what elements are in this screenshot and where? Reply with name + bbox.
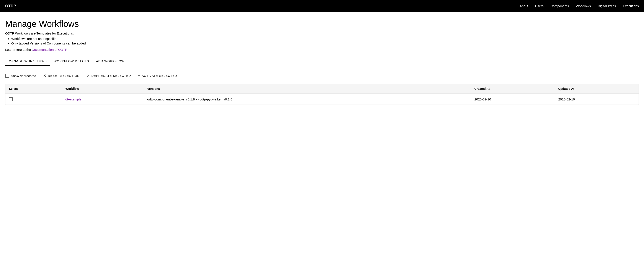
table-header-row: SelectWorkflowVersionsCreated AtUpdated …: [6, 84, 638, 94]
row-select-cell: [6, 94, 62, 105]
col-header-updated-at: Updated At: [555, 84, 638, 94]
col-header-select: Select: [6, 84, 62, 94]
row-created-at-cell: 2025-02-10: [471, 94, 555, 105]
table-header: SelectWorkflowVersionsCreated AtUpdated …: [6, 84, 638, 94]
row-checkbox[interactable]: [9, 97, 13, 101]
tabs-container: MANAGE WORKFLOWSWORKFLOW DETAILSADD WORK…: [5, 57, 639, 66]
nav-link-about[interactable]: About: [520, 4, 528, 8]
page-description: ODTP Workflows are Templates for Executi…: [5, 32, 639, 35]
activate-label: ACTIVATE SELECTED: [142, 74, 177, 78]
col-header-workflow: Workflow: [62, 84, 144, 94]
row-versions-cell: odtp-component-example_v0.1.8 -> odtp-py…: [144, 94, 471, 105]
learn-more-prefix: Learn more at the: [5, 48, 32, 51]
row-updated-at-cell: 2025-02-10: [555, 94, 638, 105]
tab-manage-workflows[interactable]: MANAGE WORKFLOWS: [5, 57, 50, 66]
nav-links: AboutUsersComponentsWorkflowsDigital Twi…: [520, 4, 639, 8]
activate-icon: +: [138, 74, 140, 78]
deprecate-selected-button[interactable]: ✕ DEPRECATE SELECTED: [86, 73, 131, 79]
table-row: dt-exampleodtp-component-example_v0.1.8 …: [6, 94, 638, 105]
reset-selection-button[interactable]: ✕ RESET SELECTION: [43, 73, 80, 79]
reset-icon: ✕: [43, 74, 46, 78]
deprecate-label: DEPRECATE SELECTED: [91, 74, 131, 78]
activate-selected-button[interactable]: + ACTIVATE SELECTED: [138, 73, 177, 79]
learn-more-text: Learn more at the Documentation of ODTP: [5, 48, 639, 51]
documentation-link[interactable]: Documentation of ODTP: [32, 48, 67, 51]
col-header-created-at: Created At: [471, 84, 555, 94]
tab-add-workflow[interactable]: ADD WORKFLOW: [92, 57, 128, 66]
bullet-item: Only tagged Versions of Components can b…: [11, 42, 639, 45]
bullet-item: Workflows are not user specific: [11, 37, 639, 41]
show-deprecated-checkbox[interactable]: [5, 74, 9, 78]
page-title: Manage Workflows: [5, 19, 639, 29]
row-workflow-cell: dt-example: [62, 94, 144, 105]
nav-link-users[interactable]: Users: [535, 4, 544, 8]
workflow-link[interactable]: dt-example: [65, 97, 81, 101]
workflows-table: SelectWorkflowVersionsCreated AtUpdated …: [6, 84, 638, 105]
bullet-list: Workflows are not user specificOnly tagg…: [11, 37, 639, 45]
workflows-table-container: SelectWorkflowVersionsCreated AtUpdated …: [5, 84, 639, 105]
main-content: Manage Workflows ODTP Workflows are Temp…: [0, 12, 644, 105]
tab-workflow-details[interactable]: WORKFLOW DETAILS: [50, 57, 92, 66]
nav-link-digital-twins[interactable]: Digital Twins: [598, 4, 616, 8]
table-body: dt-exampleodtp-component-example_v0.1.8 …: [6, 94, 638, 105]
main-nav: OTDP AboutUsersComponentsWorkflowsDigita…: [0, 0, 644, 12]
deprecate-icon: ✕: [86, 74, 90, 78]
brand-logo: OTDP: [5, 4, 520, 9]
show-deprecated-label[interactable]: Show deprecated: [5, 74, 36, 78]
show-deprecated-text: Show deprecated: [11, 74, 36, 78]
nav-link-components[interactable]: Components: [550, 4, 569, 8]
toolbar: Show deprecated ✕ RESET SELECTION ✕ DEPR…: [5, 73, 639, 79]
nav-link-executions[interactable]: Executions: [623, 4, 639, 8]
reset-label: RESET SELECTION: [48, 74, 80, 78]
col-header-versions: Versions: [144, 84, 471, 94]
nav-link-workflows[interactable]: Workflows: [576, 4, 591, 8]
